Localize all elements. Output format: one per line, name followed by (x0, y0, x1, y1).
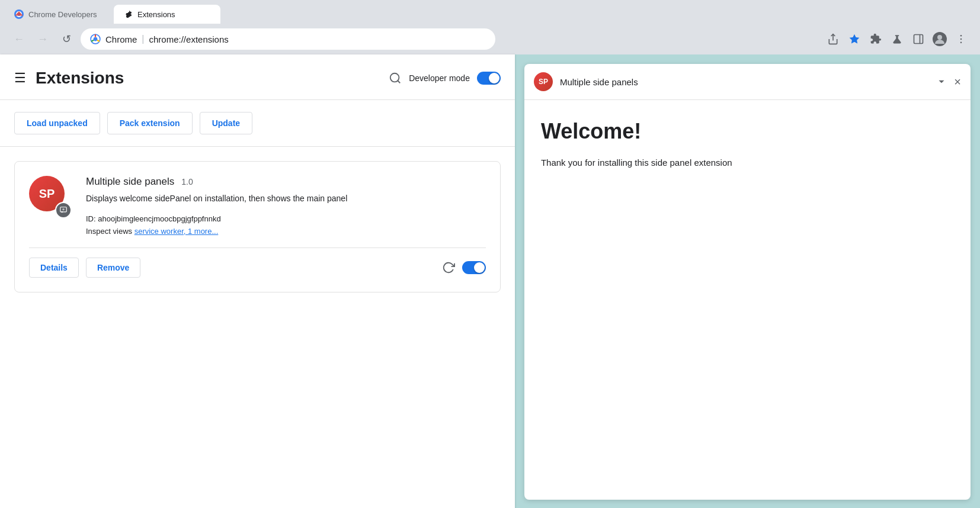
side-panel-title: Multiple side panels (560, 77, 929, 87)
tab-bar: Chrome Developers Extensions (0, 0, 980, 24)
svg-point-14 (960, 35, 962, 37)
inspect-views-link[interactable]: service worker, 1 more... (134, 227, 219, 236)
tab-extensions-label: Extensions (137, 10, 175, 19)
remove-button[interactable]: Remove (86, 258, 140, 278)
extensions-title-area: ☰ Extensions (14, 69, 124, 88)
address-divider: | (142, 34, 144, 44)
extension-enabled-toggle[interactable] (462, 261, 486, 274)
reload-button[interactable]: ↺ (57, 30, 76, 49)
svg-rect-10 (914, 35, 923, 44)
details-button[interactable]: Details (29, 258, 79, 278)
side-panel: SP Multiple side panels × Welcome! Thank… (524, 64, 971, 500)
extensions-panel: ☰ Extensions Developer mode Load unpacke… (0, 54, 515, 508)
extension-id-value: ahoojbimgleencjmoocbpgjgfppfnnkd (98, 214, 220, 223)
tab-extensions[interactable]: Extensions (114, 5, 220, 24)
svg-point-13 (937, 35, 942, 40)
extension-inspect-views: Inspect views service worker, 1 more... (86, 227, 486, 236)
toolbar-actions (824, 30, 971, 49)
extension-description: Displays welcome sidePanel on installati… (86, 192, 486, 205)
extensions-header: ☰ Extensions Developer mode (0, 54, 515, 100)
svg-line-7 (91, 40, 94, 41)
search-extensions-button[interactable] (389, 72, 402, 85)
side-panel-close-button[interactable]: × (954, 75, 961, 89)
load-unpacked-button[interactable]: Load unpacked (14, 112, 100, 134)
extension-card-top: SP Multiple side panels 1.0 (29, 176, 486, 236)
extension-name: Multiple side panels (86, 176, 174, 188)
chrome-address-icon (90, 34, 101, 44)
side-panel-content: Welcome! Thank you for installing this s… (524, 100, 971, 500)
more-button[interactable] (952, 30, 971, 49)
address-prefix: Chrome (105, 34, 137, 44)
puzzle-tab-icon (123, 9, 133, 19)
address-text: chrome://extensions (149, 34, 229, 44)
extensions-page-title: Extensions (36, 69, 124, 88)
extension-info: Multiple side panels 1.0 Displays welcom… (86, 176, 486, 236)
svg-line-6 (97, 40, 100, 41)
extension-version: 1.0 (181, 177, 193, 187)
svg-point-17 (390, 73, 399, 82)
share-button[interactable] (824, 30, 843, 49)
svg-point-4 (94, 37, 98, 41)
developer-mode-toggle[interactable] (477, 72, 501, 85)
profile-button[interactable] (930, 30, 949, 49)
tab-chrome-devs-label: Chrome Developers (28, 10, 97, 19)
svg-point-16 (960, 42, 962, 44)
extension-icon-badge (55, 202, 72, 218)
developer-mode-label: Developer mode (409, 73, 470, 83)
hamburger-menu-button[interactable]: ☰ (14, 70, 26, 86)
bookmark-button[interactable] (845, 30, 864, 49)
extension-name-row: Multiple side panels 1.0 (86, 176, 486, 188)
side-panel-dropdown-button[interactable] (936, 76, 947, 87)
main-content: ☰ Extensions Developer mode Load unpacke… (0, 54, 980, 508)
welcome-title: Welcome! (541, 119, 954, 144)
extension-id: ID: ahoojbimgleencjmoocbpgjgfppfnnkd (86, 214, 486, 223)
extension-icon-wrapper: SP (29, 176, 72, 218)
browser-chrome: Chrome Developers Extensions ← → ↺ Chrom… (0, 0, 980, 54)
nav-bar: ← → ↺ Chrome | chrome://extensions (0, 24, 980, 54)
extension-card-bottom: Details Remove (29, 247, 486, 278)
welcome-text: Thank you for installing this side panel… (541, 156, 954, 170)
chrome-logo-icon (14, 9, 24, 19)
pack-extension-button[interactable]: Pack extension (107, 112, 193, 134)
svg-marker-9 (850, 34, 860, 44)
svg-point-20 (62, 208, 65, 211)
labs-button[interactable] (888, 30, 907, 49)
action-buttons-row: Load unpacked Pack extension Update (0, 100, 515, 147)
side-panel-header: SP Multiple side panels × (524, 64, 971, 100)
forward-button[interactable]: → (33, 30, 52, 49)
address-bar[interactable]: Chrome | chrome://extensions (81, 28, 495, 50)
extensions-button[interactable] (866, 30, 885, 49)
dev-mode-area: Developer mode (389, 72, 501, 85)
back-button[interactable]: ← (9, 30, 28, 49)
side-panel-logo: SP (534, 72, 553, 91)
svg-point-15 (960, 38, 962, 40)
svg-point-21 (62, 211, 63, 213)
extension-card-multiple-side-panels: SP Multiple side panels 1.0 (14, 161, 501, 292)
svg-line-18 (398, 81, 400, 83)
refresh-extension-button[interactable] (442, 261, 455, 274)
sidebar-button[interactable] (909, 30, 928, 49)
update-button[interactable]: Update (200, 112, 252, 134)
